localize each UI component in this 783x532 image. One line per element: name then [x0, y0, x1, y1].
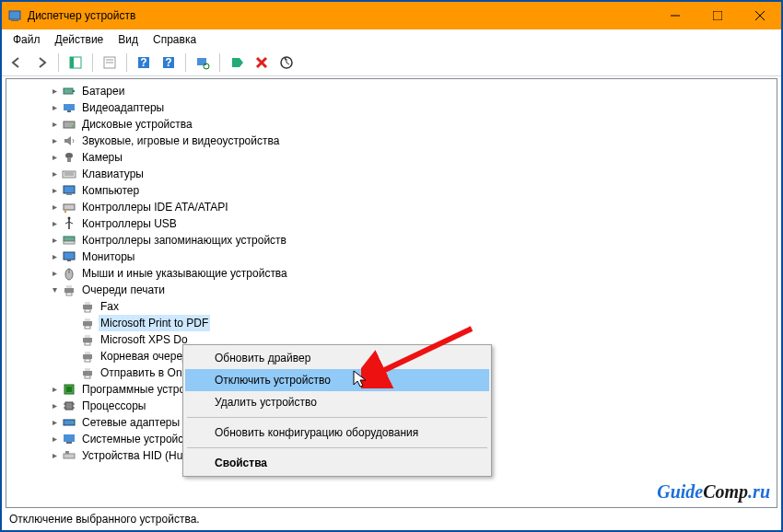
tree-item[interactable]: ▸Дисковые устройства	[10, 116, 777, 133]
svg-point-69	[72, 422, 74, 423]
expand-icon[interactable]: ▸	[47, 266, 62, 281]
expand-icon[interactable]: ▸	[47, 133, 62, 148]
svg-rect-38	[64, 241, 75, 244]
expand-icon[interactable]: ▸	[47, 382, 62, 397]
tree-item-selected[interactable]: Microsoft Print to PDF	[10, 315, 777, 331]
svg-rect-28	[67, 157, 71, 162]
svg-rect-47	[85, 302, 90, 305]
close-button[interactable]	[739, 2, 781, 29]
printer-icon	[80, 299, 95, 314]
svg-rect-40	[67, 260, 71, 261]
scan-hardware-button[interactable]	[192, 52, 214, 74]
disable-device-button[interactable]	[251, 52, 273, 74]
app-icon	[7, 8, 22, 23]
svg-point-26	[72, 125, 74, 127]
ctx-update-driver[interactable]: Обновить драйвер	[185, 347, 489, 369]
svg-rect-1	[11, 20, 18, 21]
collapse-icon[interactable]: ▾	[47, 283, 62, 297]
printer-icon	[80, 332, 95, 347]
svg-rect-24	[67, 110, 71, 112]
expand-icon[interactable]: ▸	[47, 183, 62, 198]
svg-rect-56	[85, 352, 90, 354]
expand-icon[interactable]: ▸	[47, 399, 62, 413]
update-driver-button[interactable]	[275, 52, 298, 74]
expand-icon[interactable]: ▸	[47, 216, 62, 231]
menu-action[interactable]: Действие	[48, 31, 111, 48]
ctx-scan-hardware[interactable]: Обновить конфигурацию оборудования	[185, 422, 489, 444]
status-text: Отключение выбранного устройства.	[9, 513, 200, 526]
svg-rect-51	[85, 326, 90, 329]
expand-icon[interactable]: ▸	[47, 167, 62, 181]
expand-icon[interactable]: ▸	[47, 150, 62, 165]
window-title: Диспетчер устройств	[28, 9, 654, 22]
help-button[interactable]: ?	[133, 52, 155, 74]
enable-device-button[interactable]	[226, 52, 248, 74]
tree-item[interactable]: ▸Звуковые, игровые и видеоустройства	[10, 133, 777, 149]
forward-button[interactable]	[30, 52, 53, 74]
help2-button[interactable]: ?	[158, 52, 180, 74]
maximize-button[interactable]	[696, 2, 739, 29]
disk-icon	[62, 117, 76, 132]
menu-help[interactable]: Справка	[146, 31, 204, 48]
svg-rect-59	[85, 368, 90, 371]
mouse-icon	[62, 266, 76, 281]
svg-rect-49	[83, 321, 92, 326]
menu-file[interactable]: Файл	[6, 31, 48, 48]
svg-rect-33	[66, 193, 72, 195]
svg-text:?: ?	[140, 56, 146, 69]
svg-rect-60	[85, 376, 90, 378]
expand-icon[interactable]: ▸	[47, 84, 62, 98]
firmware-icon	[62, 382, 76, 397]
sound-icon	[62, 133, 76, 148]
show-hide-tree-button[interactable]	[64, 52, 87, 74]
ctx-properties[interactable]: Свойства	[185, 452, 489, 474]
expand-icon[interactable]: ▸	[47, 415, 62, 430]
expand-icon[interactable]: ▸	[47, 249, 62, 264]
minimize-button[interactable]	[654, 2, 696, 29]
svg-rect-48	[85, 309, 90, 312]
tree-item[interactable]: ▸Батареи	[10, 83, 777, 99]
svg-rect-73	[65, 451, 69, 454]
properties-button[interactable]	[99, 52, 121, 74]
svg-rect-54	[85, 342, 90, 345]
printer-icon	[80, 365, 95, 380]
svg-rect-21	[64, 88, 73, 94]
svg-rect-57	[85, 359, 90, 362]
expand-icon[interactable]: ▸	[47, 233, 62, 248]
tree-item[interactable]: ▸Контроллеры IDE ATA/ATAPI	[10, 199, 777, 215]
ctx-disable-device[interactable]: Отключить устройство	[185, 369, 489, 391]
svg-rect-22	[73, 90, 75, 92]
storage-controller-icon	[62, 233, 76, 248]
expand-icon[interactable]: ▸	[47, 432, 62, 446]
tree-item[interactable]: ▸Камеры	[10, 149, 777, 166]
tree-item[interactable]: ▸Мыши и иные указывающие устройства	[10, 265, 777, 282]
tree-item[interactable]: ▸Компьютер	[10, 182, 777, 199]
svg-rect-37	[64, 237, 75, 241]
expand-icon[interactable]: ▸	[47, 100, 62, 115]
display-adapter-icon	[62, 100, 76, 115]
svg-rect-63	[65, 402, 73, 410]
svg-rect-62	[66, 387, 72, 392]
tree-item[interactable]: ▸Клавиатуры	[10, 166, 777, 182]
printer-icon	[62, 283, 76, 297]
svg-rect-39	[64, 252, 75, 260]
svg-rect-58	[83, 371, 92, 376]
tree-item[interactable]: ▸Контроллеры запоминающих устройств	[10, 232, 777, 249]
usb-icon	[62, 216, 76, 231]
svg-rect-3	[713, 11, 722, 20]
tree-item[interactable]: ▸Мониторы	[10, 249, 777, 265]
menu-view[interactable]: Вид	[111, 31, 146, 48]
tree-item-print-queues[interactable]: ▾Очереди печати	[10, 282, 777, 298]
tree-item[interactable]: ▸Контроллеры USB	[10, 215, 777, 232]
network-icon	[62, 415, 76, 430]
back-button[interactable]	[6, 52, 28, 74]
tree-item[interactable]: ▸Видеоадаптеры	[10, 99, 777, 116]
printer-icon	[80, 316, 95, 330]
expand-icon[interactable]: ▸	[47, 117, 62, 132]
tree-item[interactable]: Fax	[10, 298, 777, 315]
battery-icon	[62, 84, 76, 98]
computer-icon	[62, 183, 76, 198]
ctx-uninstall-device[interactable]: Удалить устройство	[185, 391, 489, 413]
expand-icon[interactable]: ▸	[47, 200, 62, 214]
expand-icon[interactable]: ▸	[47, 448, 62, 463]
